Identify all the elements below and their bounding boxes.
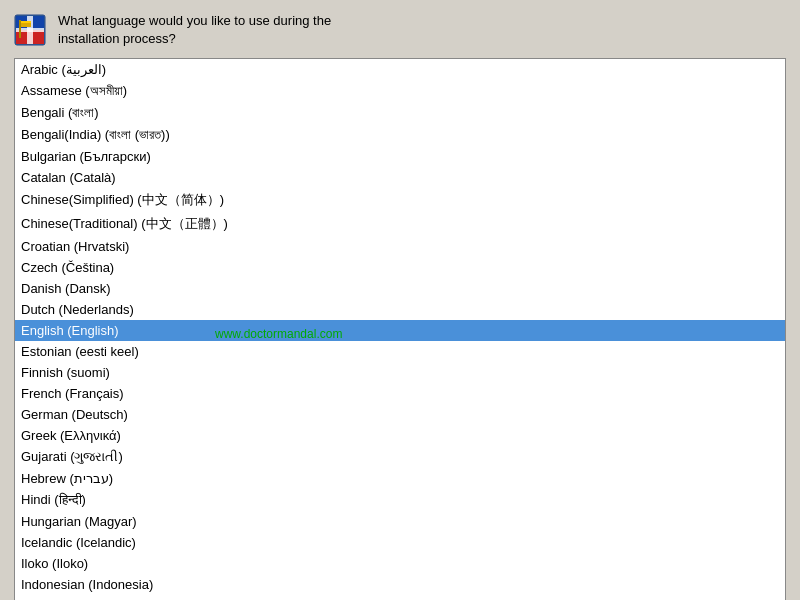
list-item[interactable]: Greek (Ελληνικά)	[15, 425, 785, 446]
list-item[interactable]: French (Français)	[15, 383, 785, 404]
language-list-scroll[interactable]: Arabic (العربية)Assamese (অসমীয়া)Bengal…	[15, 59, 785, 600]
list-item[interactable]: Italian (Italiano)	[15, 595, 785, 600]
list-item[interactable]: English (English)	[15, 320, 785, 341]
list-item[interactable]: Hebrew (עברית)	[15, 468, 785, 489]
list-item[interactable]: Estonian (eesti keel)	[15, 341, 785, 362]
list-item[interactable]: Croatian (Hrvatski)	[15, 236, 785, 257]
list-item[interactable]: Icelandic (Icelandic)	[15, 532, 785, 553]
header: What language would you like to use duri…	[0, 0, 800, 58]
list-item[interactable]: German (Deutsch)	[15, 404, 785, 425]
list-item[interactable]: Assamese (অসমীয়া)	[15, 80, 785, 102]
list-item[interactable]: Dutch (Nederlands)	[15, 299, 785, 320]
list-item[interactable]: Indonesian (Indonesia)	[15, 574, 785, 595]
install-dialog: What language would you like to use duri…	[0, 0, 800, 600]
svg-rect-5	[19, 20, 21, 38]
list-item[interactable]: Czech (Čeština)	[15, 257, 785, 278]
list-item[interactable]: Bengali(India) (বাংলা (ভারত))	[15, 124, 785, 146]
list-item[interactable]: Iloko (Iloko)	[15, 553, 785, 574]
language-list: Arabic (العربية)Assamese (অসমীয়া)Bengal…	[15, 59, 785, 600]
header-icon	[14, 14, 46, 46]
header-title-line2: installation process?	[58, 31, 176, 46]
list-item[interactable]: Danish (Dansk)	[15, 278, 785, 299]
svg-rect-7	[21, 21, 31, 23]
list-item[interactable]: Bengali (বাংলা)	[15, 102, 785, 124]
list-item[interactable]: Catalan (Català)	[15, 167, 785, 188]
list-item[interactable]: Chinese(Simplified) (中文（简体）)	[15, 188, 785, 212]
list-item[interactable]: Chinese(Traditional) (中文（正體）)	[15, 212, 785, 236]
list-item[interactable]: Bulgarian (Български)	[15, 146, 785, 167]
language-list-container: Arabic (العربية)Assamese (অসমীয়া)Bengal…	[14, 58, 786, 600]
list-item[interactable]: Finnish (suomi)	[15, 362, 785, 383]
list-item[interactable]: Hindi (हिन्दी)	[15, 489, 785, 511]
header-text: What language would you like to use duri…	[58, 12, 331, 48]
list-item[interactable]: Arabic (العربية)	[15, 59, 785, 80]
list-item[interactable]: Hungarian (Magyar)	[15, 511, 785, 532]
list-item[interactable]: Gujarati (ગુજરાતી)	[15, 446, 785, 468]
content-area: Arabic (العربية)Assamese (অসমীয়া)Bengal…	[0, 58, 800, 600]
header-title-line1: What language would you like to use duri…	[58, 13, 331, 28]
